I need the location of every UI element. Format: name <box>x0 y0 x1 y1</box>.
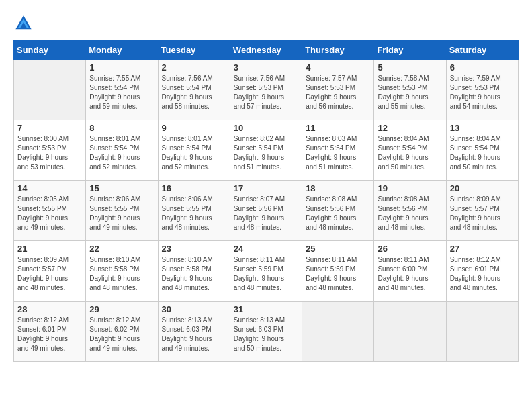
day-info: Sunrise: 7:55 AMSunset: 5:54 PMDaylight:… <box>89 74 154 111</box>
header-tuesday: Tuesday <box>158 41 230 60</box>
calendar-cell: 8Sunrise: 8:01 AMSunset: 5:54 PMDaylight… <box>86 120 158 181</box>
day-info: Sunrise: 8:00 AMSunset: 5:53 PMDaylight:… <box>17 134 82 172</box>
calendar-cell: 31Sunrise: 8:13 AMSunset: 6:03 PMDayligh… <box>230 302 302 362</box>
day-info: Sunrise: 7:57 AMSunset: 5:53 PMDaylight:… <box>306 74 370 111</box>
day-number: 1 <box>89 62 154 73</box>
day-number: 14 <box>17 183 82 193</box>
day-info: Sunrise: 8:03 AMSunset: 5:54 PMDaylight:… <box>306 134 370 172</box>
calendar-cell <box>14 60 86 120</box>
day-number: 12 <box>378 123 442 133</box>
day-number: 22 <box>89 244 154 254</box>
calendar-cell: 24Sunrise: 8:11 AMSunset: 5:59 PMDayligh… <box>230 241 302 302</box>
header-monday: Monday <box>86 41 158 60</box>
day-info: Sunrise: 8:07 AMSunset: 5:56 PMDaylight:… <box>234 195 298 232</box>
calendar-cell: 26Sunrise: 8:11 AMSunset: 6:00 PMDayligh… <box>374 241 446 302</box>
day-number: 11 <box>306 123 370 133</box>
day-number: 31 <box>234 304 298 314</box>
day-number: 2 <box>162 62 226 73</box>
day-number: 16 <box>162 183 226 193</box>
day-info: Sunrise: 7:56 AMSunset: 5:54 PMDaylight:… <box>162 74 226 111</box>
day-number: 19 <box>378 183 442 193</box>
day-info: Sunrise: 8:06 AMSunset: 5:55 PMDaylight:… <box>89 195 154 232</box>
calendar-cell: 19Sunrise: 8:08 AMSunset: 5:56 PMDayligh… <box>374 181 446 241</box>
calendar-week-1: 1Sunrise: 7:55 AMSunset: 5:54 PMDaylight… <box>14 60 519 120</box>
day-number: 20 <box>450 183 515 193</box>
logo-icon <box>13 13 34 34</box>
calendar-cell: 7Sunrise: 8:00 AMSunset: 5:53 PMDaylight… <box>14 120 86 181</box>
day-number: 27 <box>450 244 515 254</box>
header-saturday: Saturday <box>446 41 518 60</box>
day-number: 3 <box>234 62 298 73</box>
day-info: Sunrise: 8:11 AMSunset: 6:00 PMDaylight:… <box>378 255 442 293</box>
day-number: 26 <box>378 244 442 254</box>
day-number: 28 <box>17 304 82 314</box>
day-info: Sunrise: 8:10 AMSunset: 5:58 PMDaylight:… <box>162 255 226 293</box>
day-info: Sunrise: 8:08 AMSunset: 5:56 PMDaylight:… <box>306 195 370 232</box>
calendar-cell: 22Sunrise: 8:10 AMSunset: 5:58 PMDayligh… <box>86 241 158 302</box>
day-info: Sunrise: 7:56 AMSunset: 5:53 PMDaylight:… <box>234 74 298 111</box>
calendar-cell: 1Sunrise: 7:55 AMSunset: 5:54 PMDaylight… <box>86 60 158 120</box>
day-number: 30 <box>162 304 226 314</box>
header-sunday: Sunday <box>14 41 86 60</box>
day-number: 8 <box>89 123 154 133</box>
calendar-cell: 5Sunrise: 7:58 AMSunset: 5:53 PMDaylight… <box>374 60 446 120</box>
day-info: Sunrise: 8:11 AMSunset: 5:59 PMDaylight:… <box>234 255 298 293</box>
header-wednesday: Wednesday <box>230 41 302 60</box>
calendar-cell: 18Sunrise: 8:08 AMSunset: 5:56 PMDayligh… <box>302 181 374 241</box>
day-info: Sunrise: 8:12 AMSunset: 6:02 PMDaylight:… <box>89 316 154 353</box>
day-number: 24 <box>234 244 298 254</box>
calendar-header-row: SundayMondayTuesdayWednesdayThursdayFrid… <box>14 41 519 60</box>
calendar-cell: 16Sunrise: 8:06 AMSunset: 5:55 PMDayligh… <box>158 181 230 241</box>
calendar-week-3: 14Sunrise: 8:05 AMSunset: 5:55 PMDayligh… <box>14 181 519 241</box>
day-number: 6 <box>450 62 515 73</box>
day-number: 23 <box>162 244 226 254</box>
day-number: 7 <box>17 123 82 133</box>
calendar-cell: 21Sunrise: 8:09 AMSunset: 5:57 PMDayligh… <box>14 241 86 302</box>
calendar-week-5: 28Sunrise: 8:12 AMSunset: 6:01 PMDayligh… <box>14 302 519 362</box>
day-info: Sunrise: 7:59 AMSunset: 5:53 PMDaylight:… <box>450 74 515 111</box>
day-info: Sunrise: 8:08 AMSunset: 5:56 PMDaylight:… <box>378 195 442 232</box>
calendar-cell <box>302 302 374 362</box>
calendar-cell <box>446 302 518 362</box>
calendar-cell: 4Sunrise: 7:57 AMSunset: 5:53 PMDaylight… <box>302 60 374 120</box>
calendar-cell: 20Sunrise: 8:09 AMSunset: 5:57 PMDayligh… <box>446 181 518 241</box>
day-info: Sunrise: 7:58 AMSunset: 5:53 PMDaylight:… <box>378 74 442 111</box>
day-info: Sunrise: 8:01 AMSunset: 5:54 PMDaylight:… <box>162 134 226 172</box>
calendar-cell: 29Sunrise: 8:12 AMSunset: 6:02 PMDayligh… <box>86 302 158 362</box>
day-info: Sunrise: 8:09 AMSunset: 5:57 PMDaylight:… <box>17 255 82 293</box>
calendar-week-4: 21Sunrise: 8:09 AMSunset: 5:57 PMDayligh… <box>14 241 519 302</box>
calendar-cell: 30Sunrise: 8:13 AMSunset: 6:03 PMDayligh… <box>158 302 230 362</box>
day-info: Sunrise: 8:04 AMSunset: 5:54 PMDaylight:… <box>378 134 442 172</box>
day-number: 29 <box>89 304 154 314</box>
day-number: 25 <box>306 244 370 254</box>
calendar-cell: 2Sunrise: 7:56 AMSunset: 5:54 PMDaylight… <box>158 60 230 120</box>
day-info: Sunrise: 8:10 AMSunset: 5:58 PMDaylight:… <box>89 255 154 293</box>
day-info: Sunrise: 8:04 AMSunset: 5:54 PMDaylight:… <box>450 134 515 172</box>
calendar-cell <box>374 302 446 362</box>
day-info: Sunrise: 8:11 AMSunset: 5:59 PMDaylight:… <box>306 255 370 293</box>
calendar-cell: 6Sunrise: 7:59 AMSunset: 5:53 PMDaylight… <box>446 60 518 120</box>
day-info: Sunrise: 8:12 AMSunset: 6:01 PMDaylight:… <box>17 316 82 353</box>
calendar-cell: 9Sunrise: 8:01 AMSunset: 5:54 PMDaylight… <box>158 120 230 181</box>
calendar-cell: 12Sunrise: 8:04 AMSunset: 5:54 PMDayligh… <box>374 120 446 181</box>
day-info: Sunrise: 8:13 AMSunset: 6:03 PMDaylight:… <box>234 316 298 353</box>
calendar-cell: 13Sunrise: 8:04 AMSunset: 5:54 PMDayligh… <box>446 120 518 181</box>
calendar-cell: 23Sunrise: 8:10 AMSunset: 5:58 PMDayligh… <box>158 241 230 302</box>
day-number: 9 <box>162 123 226 133</box>
calendar-table: SundayMondayTuesdayWednesdayThursdayFrid… <box>13 40 519 362</box>
day-info: Sunrise: 8:02 AMSunset: 5:54 PMDaylight:… <box>234 134 298 172</box>
header-thursday: Thursday <box>302 41 374 60</box>
day-number: 10 <box>234 123 298 133</box>
day-number: 15 <box>89 183 154 193</box>
day-number: 13 <box>450 123 515 133</box>
logo <box>13 13 36 34</box>
calendar-cell: 25Sunrise: 8:11 AMSunset: 5:59 PMDayligh… <box>302 241 374 302</box>
day-info: Sunrise: 8:05 AMSunset: 5:55 PMDaylight:… <box>17 195 82 232</box>
day-number: 17 <box>234 183 298 193</box>
day-info: Sunrise: 8:01 AMSunset: 5:54 PMDaylight:… <box>89 134 154 172</box>
calendar-cell: 17Sunrise: 8:07 AMSunset: 5:56 PMDayligh… <box>230 181 302 241</box>
calendar-cell: 11Sunrise: 8:03 AMSunset: 5:54 PMDayligh… <box>302 120 374 181</box>
day-number: 4 <box>306 62 370 73</box>
calendar-cell: 10Sunrise: 8:02 AMSunset: 5:54 PMDayligh… <box>230 120 302 181</box>
calendar-week-2: 7Sunrise: 8:00 AMSunset: 5:53 PMDaylight… <box>14 120 519 181</box>
